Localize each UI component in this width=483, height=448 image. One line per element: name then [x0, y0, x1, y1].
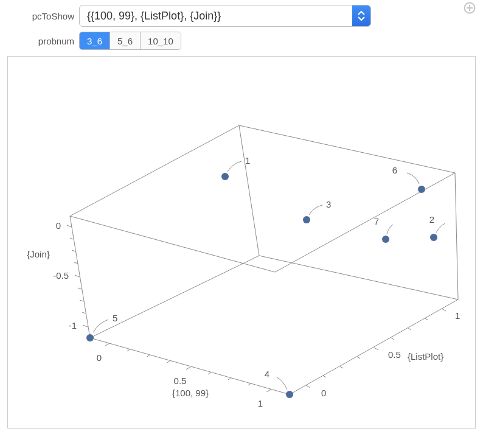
- svg-point-54: [382, 236, 389, 243]
- probnum-option-10-10[interactable]: 10_10: [141, 32, 181, 49]
- svg-line-24: [323, 376, 326, 377]
- svg-line-35: [83, 325, 88, 327]
- svg-text:0: 0: [97, 352, 102, 363]
- svg-text:1: 1: [245, 155, 250, 166]
- svg-point-56: [286, 391, 293, 398]
- svg-line-42: [82, 312, 86, 313]
- svg-line-12: [147, 355, 150, 357]
- svg-point-48: [303, 216, 310, 223]
- svg-line-37: [70, 238, 74, 239]
- svg-line-3: [455, 173, 458, 299]
- x-axis: 0 0.5 1 {100, 99}: [97, 343, 271, 408]
- svg-line-4: [70, 216, 275, 272]
- probnum-setter-bar: 3_6 5_6 10_10: [79, 32, 181, 50]
- svg-text:7: 7: [374, 216, 379, 226]
- svg-point-50: [418, 186, 425, 193]
- svg-text:{Join}: {Join}: [27, 249, 50, 259]
- svg-text:2: 2: [429, 214, 434, 225]
- svg-text:-1: -1: [69, 320, 77, 331]
- svg-line-13: [167, 361, 170, 363]
- svg-line-40: [78, 288, 82, 289]
- pc-to-show-value: {{100, 99}, {ListPlot}, {Join}}: [80, 5, 352, 26]
- svg-line-15: [228, 378, 231, 380]
- svg-line-26: [357, 357, 360, 359]
- probnum-label: probnum: [7, 36, 74, 46]
- svg-line-1: [70, 216, 90, 338]
- svg-text:3: 3: [326, 199, 331, 209]
- svg-line-14: [208, 373, 210, 374]
- svg-text:0.5: 0.5: [388, 349, 401, 360]
- svg-line-28: [408, 328, 411, 330]
- svg-line-20: [374, 348, 378, 350]
- svg-line-38: [72, 250, 75, 251]
- z-axis: 0 -0.5 -1 {Join}: [27, 220, 88, 331]
- svg-line-5: [105, 343, 109, 346]
- svg-text:4: 4: [265, 369, 269, 379]
- svg-line-41: [80, 300, 83, 301]
- svg-line-11: [127, 349, 130, 351]
- svg-text:{100, 99}: {100, 99}: [172, 388, 209, 398]
- plot-3d[interactable]: 0 0.5 1 {100, 99} 0 0.5 1 {ListPlot} 0: [7, 56, 476, 429]
- popup-arrows-icon[interactable]: [352, 5, 370, 26]
- svg-point-46: [221, 173, 229, 180]
- svg-line-29: [425, 318, 428, 320]
- svg-line-33: [75, 275, 80, 277]
- svg-text:1: 1: [455, 310, 460, 321]
- svg-line-7: [186, 367, 190, 369]
- svg-line-25: [340, 366, 343, 368]
- svg-line-16: [248, 383, 251, 385]
- svg-text:-0.5: -0.5: [53, 270, 69, 281]
- svg-text:0: 0: [321, 388, 326, 398]
- svg-line-22: [442, 309, 446, 311]
- pc-to-show-label: pcToShow: [7, 11, 74, 21]
- svg-line-27: [391, 338, 394, 340]
- plus-icon[interactable]: [464, 2, 476, 16]
- svg-point-44: [86, 334, 94, 341]
- pc-to-show-popup[interactable]: {{100, 99}, {ListPlot}, {Join}}: [79, 5, 371, 27]
- svg-text:1: 1: [258, 398, 263, 408]
- svg-text:6: 6: [392, 165, 397, 175]
- svg-line-18: [306, 385, 310, 388]
- svg-point-52: [430, 234, 437, 241]
- svg-line-2: [239, 125, 259, 256]
- svg-text:0: 0: [56, 220, 61, 231]
- svg-text:0.5: 0.5: [174, 376, 187, 386]
- svg-line-9: [266, 390, 271, 392]
- probnum-option-3-6[interactable]: 3_6: [80, 32, 110, 49]
- svg-line-31: [67, 225, 72, 227]
- svg-text:5: 5: [113, 313, 117, 323]
- y-axis: 0 0.5 1 {ListPlot}: [306, 309, 460, 398]
- svg-text:{ListPlot}: {ListPlot}: [408, 351, 443, 362]
- probnum-option-5-6[interactable]: 5_6: [110, 32, 141, 49]
- data-points: 5 1 3 6 2 7 4: [86, 155, 445, 398]
